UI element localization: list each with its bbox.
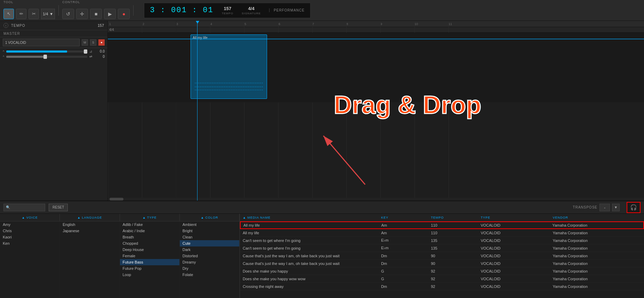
color-col: Ambient Bright Clean Cute Dark Distorted… — [180, 221, 240, 298]
media-row-5[interactable]: Cause that's just the way I am, oh take … — [240, 260, 644, 267]
color-bright[interactable]: Bright — [180, 228, 239, 234]
move-btn[interactable]: ✛ — [76, 9, 88, 19]
media-vendor-3: Yamaha Corporation — [550, 246, 644, 250]
track-controls: ^ ⊿ 0.0 ^ ⇄ 0 — [0, 48, 107, 61]
record-btn[interactable]: ● — [118, 9, 130, 19]
solo-btn[interactable]: S — [90, 39, 96, 46]
media-row-0[interactable]: All my life Am 110 VOCALOID Yamaha Corpo… — [240, 221, 644, 229]
media-key-4: Dm — [378, 254, 428, 258]
signature-meta-label: SIGNATURE — [242, 12, 261, 15]
volume-thumb[interactable] — [84, 49, 87, 54]
reset-btn[interactable]: RESET — [49, 204, 68, 211]
type-chopped[interactable]: Chopped — [120, 240, 179, 246]
type-future-bass[interactable]: Future Bass — [120, 259, 179, 265]
lang-english[interactable]: English — [60, 221, 119, 228]
time-display: 3 : 001 : 01 157 TEMPO 4/4 SIGNATURE PER… — [144, 3, 311, 18]
filter-voice-header[interactable]: ▲ VOICE — [0, 214, 60, 221]
color-dry[interactable]: Dry — [180, 265, 239, 272]
color-folate[interactable]: Folate — [180, 272, 239, 278]
media-row-3[interactable]: Can't seem to get where I'm going E♭m 13… — [240, 244, 644, 252]
filter-lists: Amy Chris Kaori Ken English Japanese Adl… — [0, 221, 240, 298]
volume-slider[interactable] — [6, 50, 87, 53]
filter-language-header[interactable]: ▲ LANGUAGE — [60, 214, 120, 221]
mute-btn[interactable]: M — [82, 39, 88, 46]
color-clean[interactable]: Clean — [180, 234, 239, 240]
media-key-header[interactable]: KEY — [378, 214, 428, 221]
scissors-tool-btn[interactable]: ✂ — [29, 9, 39, 19]
pan-thumb[interactable] — [43, 55, 47, 59]
media-vendor-1: Yamaha Corporation — [550, 231, 644, 235]
filter-color-header[interactable]: ▲ COLOR — [180, 214, 240, 221]
transpose-label: TRANSPOSE — [573, 205, 597, 209]
media-type-6: VOCALOID — [478, 269, 550, 273]
undo-btn[interactable]: ↺ — [62, 9, 74, 19]
media-type-1: VOCALOID — [478, 231, 550, 235]
type-female[interactable]: Female — [120, 253, 179, 259]
separator-1 — [58, 5, 59, 16]
media-name-2: Can't seem to get where I'm going — [240, 238, 378, 243]
h-scrollbar-thumb[interactable] — [110, 198, 123, 201]
pencil-tool-btn[interactable]: ✏ — [16, 9, 26, 19]
media-row-4[interactable]: Cause that's just the way I am, oh take … — [240, 252, 644, 260]
voice-amy[interactable]: Amy — [0, 221, 59, 228]
lang-japanese[interactable]: Japanese — [60, 228, 119, 234]
color-distorted[interactable]: Distorted — [180, 253, 239, 259]
media-row-1[interactable]: All my life Am 110 VOCALOID Yamaha Corpo… — [240, 229, 644, 237]
media-tempo-2: 135 — [428, 238, 478, 243]
volume-icon: ⊿ — [89, 49, 92, 53]
pan-slider[interactable] — [6, 56, 87, 58]
media-vendor-2: Yamaha Corporation — [550, 238, 644, 243]
media-name-5: Cause that's just the way I am, oh take … — [240, 261, 378, 266]
media-row-8[interactable]: Crossing the night away Dm 92 VOCALOID Y… — [240, 283, 644, 290]
media-tempo-1: 110 — [428, 231, 478, 235]
pointer-tool-btn[interactable]: ↖ — [3, 9, 14, 19]
filter-type-header[interactable]: ▲ TYPE — [120, 214, 180, 221]
main-area: i TEMPO 157 MASTER 1 VOCALOID M S ● ^ ⊿ … — [0, 21, 644, 201]
vol-arrow: ^ — [3, 50, 4, 53]
media-type-5: VOCALOID — [478, 261, 550, 266]
color-cute[interactable]: Cute — [180, 240, 239, 246]
media-type-header[interactable]: TYPE — [478, 214, 550, 221]
track-name-box: 1 VOCALOID — [3, 39, 80, 46]
separator-2 — [133, 5, 134, 16]
headphone-btn[interactable]: 🎧 — [627, 202, 641, 213]
media-tempo-3: 135 — [428, 246, 478, 250]
track-lane[interactable]: All my life — [108, 33, 644, 102]
play-btn[interactable]: ▶ — [104, 9, 116, 19]
search-input[interactable] — [3, 204, 45, 211]
media-row-7[interactable]: Does she make you happy wow wow G 92 VOC… — [240, 275, 644, 283]
left-panel: i TEMPO 157 MASTER 1 VOCALOID M S ● ^ ⊿ … — [0, 21, 108, 201]
filter-headers: ▲ VOICE ▲ LANGUAGE ▲ TYPE ▲ COLOR — [0, 214, 240, 221]
media-tempo-header[interactable]: TEMPO — [428, 214, 478, 221]
type-loop[interactable]: Loop — [120, 272, 179, 278]
stop-btn[interactable]: ■ — [90, 9, 102, 19]
type-adlib[interactable]: Adlib / Fake — [120, 221, 179, 228]
transpose-row: TRANSPOSE - ▼ — [573, 204, 620, 211]
type-deep-house[interactable]: Deep House — [120, 246, 179, 253]
voice-kaori[interactable]: Kaori — [0, 234, 59, 240]
tempo-info-icon[interactable]: i — [3, 23, 8, 28]
voice-chris[interactable]: Chris — [0, 228, 59, 234]
color-dreamy[interactable]: Dreamy — [180, 259, 239, 265]
color-ambient[interactable]: Ambient — [180, 221, 239, 228]
media-name-header[interactable]: ▲ MEDIA NAME — [240, 214, 378, 221]
type-breath[interactable]: Breath — [120, 234, 179, 240]
media-vendor-6: Yamaha Corporation — [550, 269, 644, 273]
tempo-label: TEMPO — [11, 24, 95, 28]
voice-ken[interactable]: Ken — [0, 240, 59, 246]
tempo-meta: 157 TEMPO — [222, 6, 233, 15]
arm-btn[interactable]: ● — [98, 39, 105, 46]
audio-clip[interactable]: All my life — [191, 34, 267, 99]
fraction-select[interactable]: 1/4 ▼ — [41, 9, 55, 19]
media-vendor-header[interactable]: VENDOR — [550, 214, 644, 221]
type-future-pop[interactable]: Future Pop — [120, 265, 179, 272]
transpose-down-btn[interactable]: ▼ — [612, 204, 620, 211]
media-key-3: E♭m — [378, 246, 428, 250]
h-scrollbar[interactable] — [108, 198, 644, 201]
media-row-2[interactable]: Can't seem to get where I'm going E♭m 13… — [240, 237, 644, 244]
type-arabic-indie[interactable]: Arabic / Indie — [120, 228, 179, 234]
toolbar: TOOL ↖ ✏ ✂ 1/4 ▼ CONTROL ↺ ✛ ■ ▶ ● 3 : 0… — [0, 0, 644, 21]
media-row-6[interactable]: Does she make you happy G 92 VOCALOID Ya… — [240, 267, 644, 275]
color-dark[interactable]: Dark — [180, 246, 239, 253]
track-name-row: 1 VOCALOID M S ● — [0, 37, 107, 48]
